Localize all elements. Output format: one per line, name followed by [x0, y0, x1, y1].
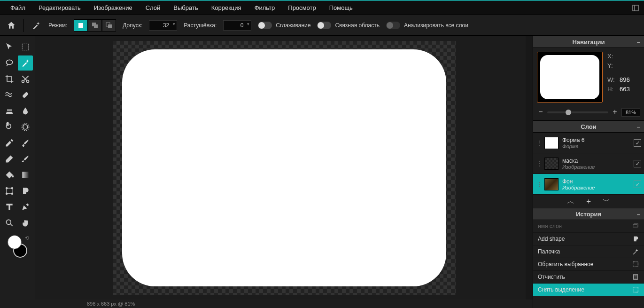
dodge-tool[interactable] [2, 119, 17, 134]
menu-help[interactable]: Помощь [323, 1, 359, 15]
lasso-tool[interactable] [2, 55, 17, 71]
layer-name: маска [562, 158, 630, 164]
history-title: История [576, 211, 601, 218]
menu-layer[interactable]: Слой [139, 1, 167, 15]
liquify-tool[interactable] [2, 87, 17, 103]
mode-subtract[interactable] [102, 19, 116, 32]
collapse-icon[interactable]: – [637, 39, 640, 46]
layer-thumbnail[interactable] [544, 178, 559, 190]
sponge-tool[interactable] [18, 119, 33, 134]
cut-tool[interactable] [18, 71, 33, 87]
svg-rect-24 [633, 287, 638, 292]
menu-adjust[interactable]: Коррекция [205, 1, 248, 15]
shape-icon [632, 235, 639, 243]
pen-tool[interactable] [18, 199, 33, 214]
history-item[interactable]: Обратить выбранное [533, 258, 644, 271]
svg-rect-2 [94, 24, 98, 28]
options-bar: Режим: Допуск: Растушёвка: Сглаживание С… [0, 15, 644, 36]
visibility-toggle[interactable] [634, 139, 641, 147]
history-item[interactable]: Add shape [533, 233, 644, 245]
svg-point-6 [6, 60, 12, 64]
zoom-tool[interactable] [2, 215, 17, 230]
fill-tool[interactable] [2, 167, 17, 182]
gradient-tool[interactable] [18, 167, 33, 182]
zoom-slider[interactable] [547, 111, 608, 113]
text-tool[interactable] [2, 199, 17, 214]
shape-layer-preview [122, 49, 446, 286]
menu-select[interactable]: Выбрать [167, 1, 204, 15]
history-item[interactable]: имя слоя [533, 220, 644, 233]
visibility-toggle[interactable] [634, 181, 641, 188]
visibility-toggle[interactable] [634, 160, 641, 167]
deselect-icon [632, 286, 639, 293]
mode-add[interactable] [88, 19, 102, 32]
history-item[interactable]: Отчистить [533, 271, 644, 284]
layer-up-button[interactable]: ︿ [567, 197, 574, 206]
brush-tool[interactable] [18, 135, 33, 150]
layer-icon [632, 222, 639, 230]
menu-edit[interactable]: Редактировать [32, 1, 87, 15]
menu-image[interactable]: Изображение [87, 1, 139, 15]
drag-handle-icon[interactable]: ⋮ [536, 139, 541, 147]
navigation-title: Навигации [572, 39, 605, 46]
clear-icon [632, 273, 639, 281]
drag-handle-icon[interactable]: ⋮ [536, 181, 541, 188]
magic-wand-tool[interactable] [18, 55, 33, 71]
transform-tool[interactable] [2, 183, 17, 198]
antialias-toggle[interactable] [258, 22, 272, 29]
hand-tool[interactable] [18, 215, 33, 230]
navigation-panel-header[interactable]: Навигации – [533, 36, 644, 48]
mode-new[interactable] [74, 19, 88, 32]
vertical-scrollbar[interactable] [526, 36, 533, 300]
menu-filter[interactable]: Фильтр [248, 1, 282, 15]
all-layers-toggle[interactable] [386, 22, 400, 29]
svg-point-16 [11, 188, 13, 189]
zoom-value[interactable]: 81% [621, 108, 640, 117]
layer-thumbnail[interactable] [544, 137, 559, 149]
swap-colors-icon[interactable]: ⟲ [25, 235, 29, 241]
tolerance-input[interactable] [149, 20, 177, 31]
smudge-tool[interactable] [18, 151, 33, 166]
history-panel-header[interactable]: История – [533, 208, 644, 220]
crop-tool[interactable] [2, 71, 17, 87]
antialias-label: Сглаживание [276, 22, 310, 29]
contiguous-toggle[interactable] [317, 22, 331, 29]
eraser-tool[interactable] [2, 151, 17, 166]
layer-row[interactable]: ⋮ ФонИзображение [533, 174, 644, 195]
layer-row[interactable]: ⋮ Форма 6Форма [533, 133, 644, 153]
heal-tool[interactable] [18, 87, 33, 103]
marquee-tool[interactable] [18, 39, 33, 55]
layer-thumbnail[interactable] [544, 158, 559, 170]
history-item[interactable]: Палочка [533, 245, 644, 258]
layer-row[interactable]: ⋮ маскаИзображение [533, 153, 644, 174]
collapse-icon[interactable]: – [637, 211, 640, 218]
blur-tool[interactable] [18, 103, 33, 118]
select-icon [632, 261, 639, 268]
layers-panel-header[interactable]: Слои – [533, 120, 644, 133]
home-icon[interactable] [6, 20, 17, 31]
add-layer-button[interactable]: ＋ [585, 197, 592, 206]
zoom-in-button[interactable]: + [611, 109, 619, 116]
clone-tool[interactable] [2, 103, 17, 118]
eyedropper-tool[interactable] [2, 135, 17, 150]
menu-file[interactable]: Файл [4, 1, 32, 15]
layer-type: Изображение [562, 164, 630, 170]
drag-handle-icon[interactable]: ⋮ [536, 160, 541, 167]
zoom-out-button[interactable]: − [537, 109, 544, 116]
expand-icon[interactable] [631, 3, 640, 13]
history-item[interactable]: Снять выделение [533, 284, 644, 296]
color-swatches[interactable]: ⟲ [6, 235, 29, 258]
layer-down-button[interactable]: ﹀ [603, 197, 610, 206]
move-tool[interactable] [2, 39, 17, 55]
menu-view[interactable]: Просмотр [281, 1, 322, 15]
feather-input[interactable] [223, 20, 251, 31]
layer-name: Форма 6 [562, 137, 630, 143]
contiguous-label: Связная область [335, 22, 379, 29]
svg-rect-14 [7, 188, 12, 194]
svg-rect-5 [22, 44, 28, 50]
collapse-icon[interactable]: – [637, 123, 640, 130]
document-canvas[interactable] [113, 41, 456, 295]
navigator-thumbnail[interactable] [537, 52, 603, 103]
foreground-color[interactable] [8, 235, 22, 249]
shape-tool[interactable] [18, 183, 33, 198]
